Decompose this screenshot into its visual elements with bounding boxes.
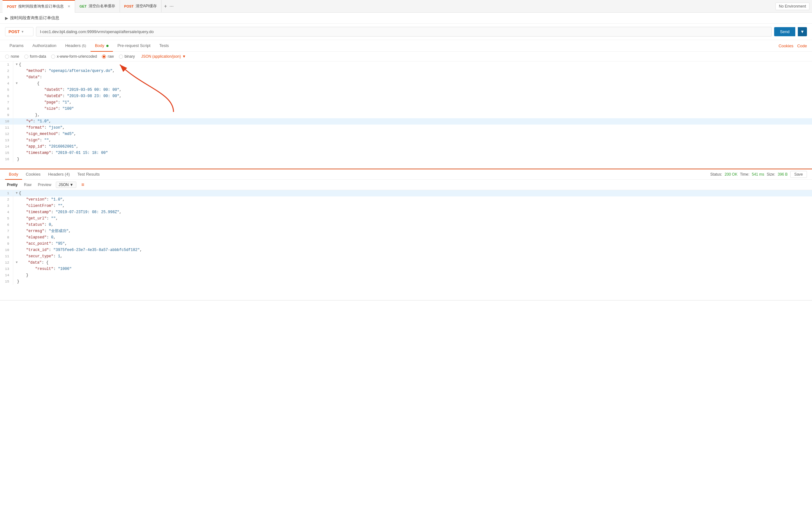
line-content: { xyxy=(19,190,812,196)
url-bar: POST ▼ Send ▼ xyxy=(0,24,812,40)
line-content: { xyxy=(19,61,812,68)
resp-tab-headers[interactable]: Headers (4) xyxy=(45,169,74,180)
request-code-lines: 1 ▼ { 2 "method": "openapi/aftersale/que… xyxy=(0,61,812,162)
resp-json-selector[interactable]: JSON ▼ xyxy=(56,182,76,188)
send-button[interactable]: Send xyxy=(774,27,795,36)
line-content: "result": "1006" xyxy=(17,266,812,272)
tab-method-3: POST xyxy=(124,4,134,8)
line-number: 5 xyxy=(0,87,13,93)
response-status-bar: Status: 200 OK Time: 541 ms Size: 396 B … xyxy=(710,171,807,178)
resp-fmt-preview[interactable]: Preview xyxy=(36,182,53,188)
size-value: 396 B xyxy=(778,172,787,177)
line-content: "errmsg": "全部成功", xyxy=(17,228,812,234)
request-line-16: 16 } xyxy=(0,156,812,162)
resp-tab-body[interactable]: Body xyxy=(5,169,22,180)
request-line-12: 12 "sign_meethod": "md5", xyxy=(0,131,812,137)
line-number: 7 xyxy=(0,99,13,105)
radio-none xyxy=(5,55,9,59)
line-content: "v": "1.0", xyxy=(17,118,812,125)
request-line-11: 11 "format": "json", xyxy=(0,125,812,131)
line-number: 11 xyxy=(0,253,13,260)
save-response-button[interactable]: Save xyxy=(790,171,807,178)
request-line-3: 3 "data": xyxy=(0,74,812,81)
line-number: 3 xyxy=(0,74,13,81)
line-content: "page": "1", xyxy=(17,99,812,105)
req-tabs-right: Cookies Code xyxy=(779,43,807,48)
line-content: } xyxy=(17,272,812,278)
line-content: "sign_meethod": "md5", xyxy=(17,131,812,137)
line-fold[interactable]: ▼ xyxy=(16,81,18,87)
request-line-15: 15 "timestamp": "2019-07-01 15: 18: 00" xyxy=(0,150,812,156)
tab-post-api-cache[interactable]: POST 清空API缓存 xyxy=(120,0,162,12)
line-number: 14 xyxy=(0,272,13,278)
send-dropdown-button[interactable]: ▼ xyxy=(798,27,807,36)
response-line-2: 2 "version": "1.0", xyxy=(0,196,812,203)
line-fold[interactable]: ▼ xyxy=(16,190,18,196)
line-number: 1 xyxy=(0,61,13,68)
response-tabs-bar: Body Cookies Headers (4) Test Results St… xyxy=(0,169,812,180)
tab-body[interactable]: Body xyxy=(90,40,113,52)
response-line-8: 8 "elapsed": 0, xyxy=(0,234,812,241)
time-label: Time: xyxy=(740,172,750,177)
json-format-label: JSON (application/json) xyxy=(141,54,181,59)
request-line-13: 13 "sign": "", xyxy=(0,137,812,144)
more-tabs-icon[interactable]: ··· xyxy=(169,3,174,9)
line-content: "elapsed": 0, xyxy=(17,234,812,241)
body-type-none[interactable]: none xyxy=(5,54,19,59)
resp-fmt-raw[interactable]: Raw xyxy=(22,182,33,188)
line-content: "size": "100" xyxy=(17,105,812,112)
resp-tab-test-results[interactable]: Test Results xyxy=(74,169,104,180)
tab-headers[interactable]: Headers (5) xyxy=(61,40,90,52)
tab-label-3: 清空API缓存 xyxy=(136,3,157,9)
response-code-lines: 1 ▼ { 2 "version": "1.0", 3 "clientFrom"… xyxy=(0,190,812,285)
tab-params[interactable]: Params xyxy=(5,40,28,52)
line-content: "app_id": "2016062001", xyxy=(17,144,812,150)
response-line-10: 10 "track_id": "3975fee6-23e7-4e35-8a57-… xyxy=(0,247,812,253)
add-tab-icon[interactable]: + xyxy=(164,3,167,9)
body-type-formdata[interactable]: form-data xyxy=(24,54,46,59)
size-label: Size: xyxy=(767,172,775,177)
line-content: "secur_type": 1, xyxy=(17,253,812,260)
body-type-binary[interactable]: binary xyxy=(119,54,135,59)
line-content: } xyxy=(17,156,812,162)
body-type-raw[interactable]: raw xyxy=(102,54,114,59)
url-input[interactable] xyxy=(36,27,772,37)
tab-authorization[interactable]: Authorization xyxy=(28,40,61,52)
tab-pre-request[interactable]: Pre-request Script xyxy=(113,40,155,52)
tab-post-aftersale[interactable]: POST 按时间段查询售后订单信息 ✕ xyxy=(2,0,75,12)
request-name-bar: ▶ 按时间段查询售后订单信息 xyxy=(0,12,812,24)
line-content: "method": "openapi/aftersale/query.do", xyxy=(17,68,812,74)
line-content: "status": 0, xyxy=(17,222,812,228)
tab-close-1[interactable]: ✕ xyxy=(67,4,70,8)
response-line-5: 5 "get_url": "", xyxy=(0,215,812,222)
filter-icon[interactable]: ≡ xyxy=(81,182,84,188)
environment-selector[interactable]: No Environment xyxy=(775,2,810,10)
tab-get-whitelist[interactable]: GET 清空白名单缓存 xyxy=(75,0,120,12)
request-tabs: Params Authorization Headers (5) Body Pr… xyxy=(0,40,812,52)
line-number: 9 xyxy=(0,112,13,118)
line-content: "version": "1.0", xyxy=(17,196,812,203)
request-line-14: 14 "app_id": "2016062001", xyxy=(0,144,812,150)
line-number: 2 xyxy=(0,196,13,203)
json-format-dropdown[interactable]: JSON (application/json) ▼ xyxy=(141,54,186,59)
line-fold[interactable]: ▼ xyxy=(16,260,18,266)
body-type-urlencoded[interactable]: x-www-form-urlencoded xyxy=(51,54,97,59)
resp-tab-cookies[interactable]: Cookies xyxy=(22,169,45,180)
response-line-1: 1 ▼ { xyxy=(0,190,812,196)
expand-icon[interactable]: ▶ xyxy=(5,16,8,21)
resp-fmt-pretty[interactable]: Pretty xyxy=(5,182,20,188)
json-format-arrow: ▼ xyxy=(182,54,186,59)
line-content: "dateEd": "2019-03-08 23: 00: 00", xyxy=(17,93,812,99)
request-line-6: 6 "dateEd": "2019-03-08 23: 00: 00", xyxy=(0,93,812,99)
line-content: "sign": "", xyxy=(17,137,812,144)
tab-tests[interactable]: Tests xyxy=(155,40,173,52)
cookies-link[interactable]: Cookies xyxy=(779,43,793,48)
line-content: } xyxy=(17,278,812,285)
line-number: 10 xyxy=(0,118,13,125)
line-fold[interactable]: ▼ xyxy=(16,61,18,68)
code-link[interactable]: Code xyxy=(797,43,807,48)
method-selector[interactable]: POST ▼ xyxy=(5,27,33,36)
request-body-editor[interactable]: 1 ▼ { 2 "method": "openapi/aftersale/que… xyxy=(0,61,812,169)
env-selector-area: No Environment xyxy=(775,2,810,10)
line-number: 8 xyxy=(0,234,13,241)
